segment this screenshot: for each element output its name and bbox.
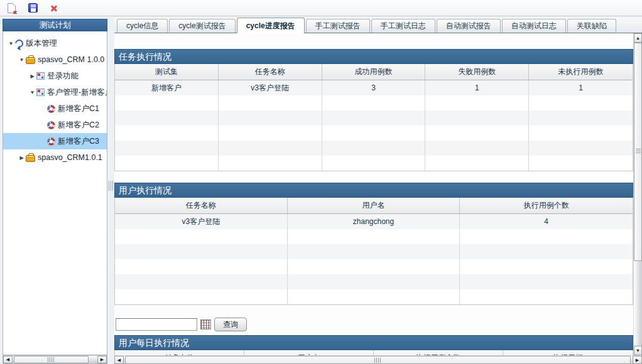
tree-item-label: spasvo_CRM1.0.1: [38, 153, 102, 162]
version-icon: [13, 38, 24, 49]
section-user-daily-execution: 用户每日执行情况任务名称用户名执行用例个数执行日期: [114, 335, 633, 355]
project-icon: [26, 155, 35, 162]
save-button[interactable]: [26, 2, 39, 14]
tree-item-7[interactable]: ▶spasvo_CRM1.0.1: [3, 149, 107, 166]
sidebar: 测试计划 ▼版本管理▼spasvo_CRM 1.0.0▶登录功能▼客户管理-新增…: [3, 19, 107, 364]
grip-icon: [636, 149, 641, 154]
table-cell: 3: [322, 80, 426, 95]
calendar-icon[interactable]: [200, 319, 211, 329]
column-header: 执行用例个数: [374, 350, 503, 355]
toolbar: [0, 0, 642, 16]
test-plan-tree: ▼版本管理▼spasvo_CRM 1.0.0▶登录功能▼客户管理-新增客户新增客…: [3, 31, 107, 355]
empty-table-row: [115, 141, 633, 156]
tree-item-0[interactable]: ▼版本管理: [3, 35, 107, 51]
testcase-icon: [47, 137, 55, 146]
table-cell: 1: [529, 80, 633, 95]
column-header: 未执行用例数: [529, 64, 633, 80]
scroll-left-icon[interactable]: ◀: [114, 356, 124, 364]
tree-item-4[interactable]: 新增客户C1: [3, 100, 107, 117]
tree-item-label: spasvo_CRM 1.0.0: [38, 55, 104, 64]
project-icon: [26, 57, 35, 64]
sidebar-title: 测试计划: [3, 19, 107, 31]
tree-item-label: 登录功能: [47, 71, 79, 82]
tree-item-5[interactable]: 新增客户C2: [3, 117, 107, 133]
delete-document-button[interactable]: [5, 2, 18, 14]
table-row[interactable]: 新增客户v3客户登陆311: [115, 80, 633, 95]
tab-2[interactable]: cycle进度报告: [237, 18, 305, 33]
grip-icon: [374, 358, 381, 363]
empty-table-row: [115, 259, 633, 274]
query-button[interactable]: 查询: [214, 318, 247, 331]
chevron-expanded-icon[interactable]: ▼: [7, 41, 15, 46]
tree-item-3[interactable]: ▼客户管理-新增客户: [3, 84, 107, 100]
column-header: 任务名称: [219, 64, 322, 80]
main-hscroll-thumb[interactable]: [125, 356, 631, 364]
column-header: 用户名: [244, 350, 374, 355]
main-vscrollbar[interactable]: ▲ ▼: [633, 33, 642, 355]
tab-3[interactable]: 手工测试报告: [306, 19, 370, 33]
main-hscroll-track[interactable]: [124, 356, 633, 364]
tab-0[interactable]: cycle信息: [117, 19, 168, 33]
scroll-right-icon[interactable]: ▶: [633, 356, 642, 364]
section-task-execution: 任务执行情况测试集任务名称成功用例数失败用例数未执行用例数新增客户v3客户登陆3…: [114, 49, 633, 171]
tree-item-label: 新增客户C3: [58, 136, 99, 147]
tab-strip: cycle信息cycle测试报告cycle进度报告手工测试报告手工测试日志自动测…: [114, 18, 642, 33]
save-icon: [28, 3, 38, 13]
sidebar-hscrollbar[interactable]: ◀ ▶: [3, 355, 107, 364]
tab-4[interactable]: 手工测试日志: [371, 19, 435, 33]
tree-item-2[interactable]: ▶登录功能: [3, 68, 107, 84]
tree-item-label: 版本管理: [26, 38, 57, 49]
data-table: 任务名称用户名执行用例个数v3客户登陆zhangchong4: [114, 198, 633, 305]
table-row[interactable]: v3客户登陆zhangchong4: [115, 214, 633, 229]
delete-icon: [50, 4, 58, 13]
date-search-input[interactable]: [116, 318, 197, 331]
scroll-left-icon[interactable]: ◀: [3, 356, 13, 363]
main-hscrollbar[interactable]: ◀ ▶: [114, 355, 642, 364]
column-header: 执行日期: [503, 350, 633, 355]
sidebar-hscroll-thumb[interactable]: [14, 356, 89, 363]
vscroll-track[interactable]: [634, 43, 642, 346]
tree-item-6[interactable]: 新增客户C3: [3, 133, 107, 149]
empty-table-row: [115, 110, 633, 126]
delete-button[interactable]: [48, 2, 60, 14]
scroll-right-icon[interactable]: ▶: [97, 356, 107, 363]
doc-delete-icon: [8, 3, 16, 13]
scroll-down-icon[interactable]: ▼: [634, 346, 642, 355]
testset-icon: [36, 88, 45, 96]
tree-item-label: 新增客户C1: [58, 104, 99, 114]
empty-table-row: [115, 289, 633, 304]
scroll-up-icon[interactable]: ▲: [634, 33, 642, 43]
vscroll-thumb[interactable]: [634, 43, 642, 261]
app-window: 测试计划 ▼版本管理▼spasvo_CRM 1.0.0▶登录功能▼客户管理-新增…: [0, 0, 642, 364]
column-header: 任务名称: [115, 198, 288, 213]
panel-splitter[interactable]: [107, 16, 114, 364]
tab-7[interactable]: 关联缺陷: [567, 19, 616, 33]
empty-table-row: [115, 274, 633, 289]
section-title: 用户每日执行情况: [114, 335, 633, 350]
sidebar-hscroll-track[interactable]: [13, 356, 97, 363]
tree-item-label: 新增客户C2: [58, 120, 99, 131]
table-cell: v3客户登陆: [115, 214, 288, 229]
testcase-icon: [47, 121, 55, 129]
table-cell: 1: [425, 80, 529, 95]
tab-5[interactable]: 自动测试报告: [437, 19, 501, 33]
empty-table-row: [115, 229, 633, 244]
tree-item-label: 客户管理-新增客户: [47, 87, 107, 98]
empty-table-row: [115, 244, 633, 259]
chevron-expanded-icon[interactable]: ▼: [18, 57, 26, 63]
chevron-collapsed-icon[interactable]: ▶: [28, 73, 36, 79]
tab-1[interactable]: cycle测试报告: [169, 19, 235, 33]
section-title: 任务执行情况: [114, 49, 633, 64]
body-row: 测试计划 ▼版本管理▼spasvo_CRM 1.0.0▶登录功能▼客户管理-新增…: [0, 16, 642, 364]
section-user-execution: 用户执行情况任务名称用户名执行用例个数v3客户登陆zhangchong4: [114, 183, 633, 305]
chevron-expanded-icon[interactable]: ▼: [28, 90, 36, 95]
grip-icon: [48, 357, 55, 362]
data-table: 测试集任务名称成功用例数失败用例数未执行用例数新增客户v3客户登陆311: [114, 64, 633, 171]
tab-6[interactable]: 自动测试日志: [502, 19, 566, 33]
search-row: 查询: [116, 316, 633, 333]
testcase-icon: [47, 105, 55, 113]
table-cell: 4: [460, 214, 633, 229]
chevron-collapsed-icon[interactable]: ▶: [18, 155, 26, 161]
empty-table-row: [115, 95, 633, 110]
tree-item-1[interactable]: ▼spasvo_CRM 1.0.0: [3, 51, 107, 68]
